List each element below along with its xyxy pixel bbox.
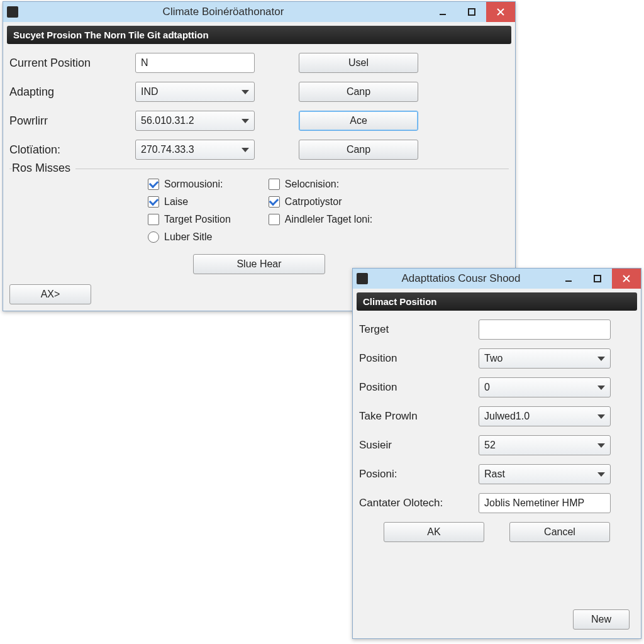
label-take-prowln: Take Prowln	[359, 410, 472, 423]
svg-rect-2	[565, 280, 572, 282]
value-adapting: IND	[141, 86, 158, 97]
row-adapting: Adapting IND Canp	[9, 82, 511, 102]
maximize-button[interactable]	[457, 2, 486, 22]
combo-position-2[interactable]: 0	[479, 377, 611, 397]
label-position-1: Position	[359, 352, 472, 365]
input-current-position[interactable]: N	[135, 53, 255, 73]
button-cancel[interactable]: Cancel	[509, 522, 610, 542]
button-slue-hear-label: Slue Hear	[236, 258, 281, 270]
close-button[interactable]	[486, 2, 515, 22]
value-position-1: Two	[484, 353, 502, 364]
check-aindleler-taget[interactable]: Aindleler Taget loni:	[269, 214, 372, 225]
checkbox-icon	[148, 214, 159, 225]
titlebar[interactable]: Adapttatios Cousr Shood	[353, 269, 641, 289]
dialog-window: Adapttatios Cousr Shood Climact Position…	[352, 268, 641, 639]
value-clotiation: 270.74.33.3	[141, 144, 194, 155]
value-cantater: Joblis Nemetiner HMP	[484, 497, 584, 509]
button-ax-label: AX>	[41, 289, 60, 300]
row-take-prowln: Take Prowln Julwed1.0	[359, 406, 637, 426]
label-position-2: Position	[359, 381, 472, 394]
row-posioni: Posioni: Rast	[359, 464, 637, 484]
maximize-button[interactable]	[583, 269, 612, 289]
app-icon	[357, 273, 368, 284]
check-target-position[interactable]: Target Position	[148, 214, 231, 225]
group-legend: Ros Misses	[12, 162, 75, 175]
chevron-down-icon	[242, 90, 249, 94]
combo-clotiation[interactable]: 270.74.33.3	[135, 140, 255, 160]
checkbox-icon	[269, 214, 280, 225]
radio-icon	[148, 231, 159, 243]
check-column-right: Selocnision: Catrpotiystor Aindleler Tag…	[269, 179, 372, 243]
group-ros-misses: Ros Misses Sormousioni: Laise Target Pos…	[9, 169, 509, 274]
check-sormousioni[interactable]: Sormousioni:	[148, 179, 231, 190]
combo-adapting[interactable]: IND	[135, 82, 255, 102]
check-catrpotiystor[interactable]: Catrpotiystor	[269, 196, 372, 208]
row-clotiation: Clotïation: 270.74.33.3 Canp	[9, 140, 511, 160]
titlebar[interactable]: Climate Boinéröathonator	[3, 2, 515, 22]
combo-take-prowln[interactable]: Julwed1.0	[479, 406, 611, 426]
minimize-button[interactable]	[554, 269, 583, 289]
radio-luber-sitle-label: Luber Sitle	[164, 231, 213, 243]
check-selocnision-label: Selocnision:	[285, 179, 339, 190]
svg-rect-3	[594, 275, 601, 282]
value-current-position: N	[141, 57, 148, 69]
svg-rect-0	[440, 14, 446, 15]
window-title: Climate Boinéröathonator	[163, 6, 284, 18]
section-header: Sucyet Prosion The Norn Tile Git adtaptt…	[7, 26, 511, 44]
button-canp-2-label: Canp	[347, 144, 370, 155]
chevron-down-icon	[597, 386, 605, 390]
combo-position-1[interactable]: Two	[479, 348, 611, 369]
row-susieir: Susieir 52	[359, 435, 637, 455]
value-position-2: 0	[484, 382, 490, 393]
close-button[interactable]	[612, 269, 641, 289]
check-sormousioni-label: Sormousioni:	[164, 179, 223, 190]
combo-susieir[interactable]: 52	[479, 435, 611, 455]
check-laise[interactable]: Laise	[148, 196, 231, 208]
row-current-position: Current Position N Usel	[9, 53, 511, 73]
label-posioni: Posioni:	[359, 468, 472, 480]
chevron-down-icon	[242, 148, 249, 152]
label-current-position: Current Position	[9, 57, 129, 70]
check-laise-label: Laise	[164, 196, 188, 208]
svg-rect-1	[469, 9, 475, 15]
row-position-1: Position Two	[359, 348, 637, 369]
chevron-down-icon	[242, 119, 249, 123]
button-ace[interactable]: Ace	[299, 111, 418, 131]
button-usel-label: Usel	[348, 57, 369, 69]
label-powrlirr: Powrlirr	[9, 114, 129, 128]
label-terget: Terget	[359, 323, 472, 336]
label-clotiation: Clotïation:	[9, 143, 129, 157]
check-column-left: Sormousioni: Laise Target Position Luber…	[148, 179, 231, 243]
combo-powrlirr[interactable]: 56.010.31.2	[135, 111, 255, 131]
button-canp-2[interactable]: Canp	[299, 140, 418, 160]
app-icon	[7, 6, 18, 18]
button-ace-label: Ace	[350, 115, 367, 126]
button-usel[interactable]: Usel	[299, 53, 418, 73]
value-powrlirr: 56.010.31.2	[141, 115, 194, 126]
button-ax[interactable]: AX>	[9, 284, 91, 304]
input-cantater[interactable]: Joblis Nemetiner HMP	[479, 493, 611, 513]
button-canp-1[interactable]: Canp	[299, 82, 418, 102]
button-new[interactable]: New	[573, 609, 630, 630]
chevron-down-icon	[597, 414, 605, 419]
checkbox-icon	[269, 179, 280, 190]
combo-posioni[interactable]: Rast	[479, 464, 611, 484]
row-powrlirr: Powrlirr 56.010.31.2 Ace	[9, 111, 511, 131]
value-take-prowln: Julwed1.0	[484, 411, 530, 422]
button-cancel-label: Cancel	[544, 526, 575, 538]
check-selocnision[interactable]: Selocnision:	[269, 179, 372, 190]
checkbox-icon	[148, 179, 159, 190]
minimize-button[interactable]	[428, 2, 457, 22]
label-susieir: Susieir	[359, 439, 472, 452]
row-terget: Terget	[359, 319, 637, 340]
button-ok[interactable]: AK	[384, 522, 484, 542]
input-terget[interactable]	[479, 319, 611, 340]
section-header: Climact Position	[357, 292, 637, 311]
radio-luber-sitle[interactable]: Luber Sitle	[148, 231, 231, 243]
row-position-2: Position 0	[359, 377, 637, 397]
window-title: Adapttatios Cousr Shood	[401, 272, 520, 285]
button-slue-hear[interactable]: Slue Hear	[193, 254, 325, 274]
value-susieir: 52	[484, 440, 496, 451]
label-adapting: Adapting	[9, 86, 129, 99]
check-aindleler-taget-label: Aindleler Taget loni:	[285, 214, 372, 225]
